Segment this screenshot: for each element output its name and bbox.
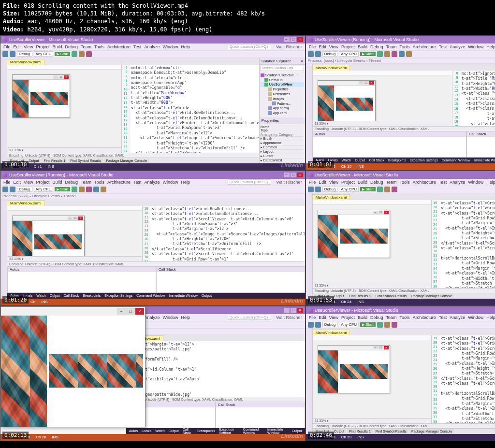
menu-architecture[interactable]: Architecture — [107, 180, 131, 185]
back-icon[interactable] — [308, 187, 314, 192]
menu-window[interactable]: Window — [468, 44, 483, 49]
platform-dropdown[interactable]: Any CPU — [34, 51, 54, 57]
xaml-designer[interactable]: −□× 33.33% ▾ — [313, 335, 432, 423]
start-button[interactable]: Start — [55, 187, 70, 191]
tool-icon[interactable] — [377, 51, 383, 57]
config-dropdown[interactable]: Debug — [17, 51, 32, 57]
menu-window[interactable]: Window — [163, 44, 178, 49]
menu-analyze[interactable]: Analyze — [145, 180, 160, 185]
tool-icon[interactable] — [384, 51, 390, 57]
menu-architecture[interactable]: Architecture — [107, 44, 131, 49]
menu-debug[interactable]: Debug — [370, 315, 383, 320]
editor-tab[interactable]: MainWindow.xaml — [313, 330, 350, 335]
menu-help[interactable]: Help — [181, 180, 190, 185]
editor-tab[interactable]: MainWindow.xaml — [7, 200, 44, 206]
output-tab[interactable]: Find Results 1 — [347, 429, 373, 434]
tool-icon[interactable] — [392, 51, 397, 57]
close-icon[interactable]: × — [135, 308, 144, 315]
menu-test[interactable]: Test — [439, 44, 447, 49]
left-tab-well[interactable] — [306, 193, 313, 299]
back-icon[interactable] — [2, 51, 8, 57]
menu-debug[interactable]: Debug — [370, 44, 383, 49]
menu-help[interactable]: Help — [181, 315, 190, 320]
minimize-icon[interactable]: − — [284, 173, 290, 177]
close-icon[interactable]: × — [297, 37, 303, 42]
menu-help[interactable]: Help — [181, 44, 190, 49]
tool-icon[interactable] — [392, 322, 397, 328]
solution-search-input[interactable]: Search Solution Expl — [261, 66, 304, 71]
menu-tools[interactable]: Tools — [400, 44, 410, 49]
output-tab[interactable]: Find Results 1 — [347, 294, 373, 298]
menu-team[interactable]: Team — [386, 44, 397, 49]
output-tab[interactable]: Package Manager Console — [409, 294, 454, 298]
editor-tab[interactable]: MainWindow.xaml — [313, 65, 350, 71]
autos-panel[interactable]: Autos — [313, 131, 466, 158]
callstack-panel[interactable]: Call Stack — [216, 402, 305, 428]
callstack-panel[interactable]: Call Stack — [156, 266, 305, 293]
output-tab[interactable]: Package Manager Console — [104, 159, 148, 163]
xaml-designer[interactable]: −□× 33.33% ▾ — [7, 65, 122, 153]
tool-icon[interactable] — [86, 187, 92, 192]
output-tab[interactable]: Find Symbol Results — [374, 294, 408, 298]
menu-edit[interactable]: Edit — [14, 44, 21, 49]
left-tab-well[interactable] — [0, 199, 7, 299]
menu-analyze[interactable]: Analyze — [450, 180, 465, 185]
menu-architecture[interactable]: Architecture — [413, 44, 436, 49]
menu-edit[interactable]: Edit — [319, 180, 326, 185]
tool-icon[interactable] — [72, 51, 77, 57]
menu-window[interactable]: Window — [163, 180, 178, 185]
menu-project[interactable]: Project — [36, 180, 49, 185]
tool-icon[interactable] — [79, 187, 85, 192]
start-button[interactable]: Start — [360, 52, 376, 56]
fwd-icon[interactable] — [10, 51, 15, 57]
config-dropdown[interactable]: Debug — [322, 187, 338, 192]
config-dropdown[interactable]: Debug — [322, 322, 338, 327]
menu-project[interactable]: Project — [341, 180, 355, 185]
menu-help[interactable]: Help — [486, 315, 495, 320]
stop-icon[interactable] — [101, 187, 106, 192]
menu-debug[interactable]: Debug — [65, 180, 78, 185]
tool-icon[interactable] — [377, 187, 383, 192]
maximize-icon[interactable]: □ — [291, 37, 296, 42]
menu-build[interactable]: Build — [358, 180, 367, 185]
quick-launch-input[interactable]: Quick Launch (Ctrl+Q) — [228, 44, 271, 49]
solution-tree[interactable]: Solution 'UseScroll…' DemoLib UseScrollV… — [260, 72, 305, 117]
running-app-window[interactable]: −□× — [0, 306, 146, 427]
menu-edit[interactable]: Edit — [319, 44, 326, 49]
start-button[interactable]: Start — [360, 187, 376, 191]
menu-architecture[interactable]: Architecture — [413, 180, 436, 185]
stop-icon[interactable] — [406, 51, 412, 57]
menu-tools[interactable]: Tools — [400, 315, 410, 320]
minimize-icon[interactable]: − — [284, 37, 290, 42]
menu-test[interactable]: Test — [133, 44, 142, 49]
menu-debug[interactable]: Debug — [370, 180, 383, 185]
code-editor[interactable]: 1920212223242526272829303132333435 <t-at… — [143, 206, 305, 261]
menu-analyze[interactable]: Analyze — [145, 44, 160, 49]
fwd-icon[interactable] — [10, 187, 15, 192]
xaml-designer[interactable]: −□× 33.33% ▾ — [313, 71, 453, 126]
output-tab[interactable]: Find Symbol Results — [68, 159, 103, 163]
menu-architecture[interactable]: Architecture — [413, 315, 436, 320]
menu-analyze[interactable]: Analyze — [450, 44, 465, 49]
output-tab[interactable]: Output — [27, 159, 41, 163]
menu-file[interactable]: File — [3, 44, 11, 49]
tool-icon[interactable] — [392, 187, 397, 192]
maximize-icon[interactable]: □ — [291, 173, 296, 177]
close-icon[interactable]: × — [297, 173, 303, 177]
menu-file[interactable]: File — [309, 180, 316, 185]
menu-view[interactable]: View — [24, 44, 33, 49]
platform-dropdown[interactable]: Any CPU — [34, 187, 54, 192]
tool-icon[interactable] — [377, 322, 383, 328]
editor-tab[interactable]: MainWindow.xaml — [313, 194, 350, 200]
minimize-icon[interactable]: − — [117, 308, 126, 315]
maximize-icon[interactable]: □ — [126, 308, 135, 315]
left-tab-well[interactable] — [306, 64, 313, 163]
menu-team[interactable]: Team — [386, 315, 397, 320]
menu-project[interactable]: Project — [341, 44, 355, 49]
left-tab-well[interactable] — [306, 329, 313, 434]
menu-view[interactable]: View — [329, 315, 338, 320]
menu-file[interactable]: File — [3, 180, 11, 185]
menu-build[interactable]: Build — [358, 315, 367, 320]
menu-project[interactable]: Project — [36, 44, 49, 49]
menu-window[interactable]: Window — [163, 315, 178, 320]
